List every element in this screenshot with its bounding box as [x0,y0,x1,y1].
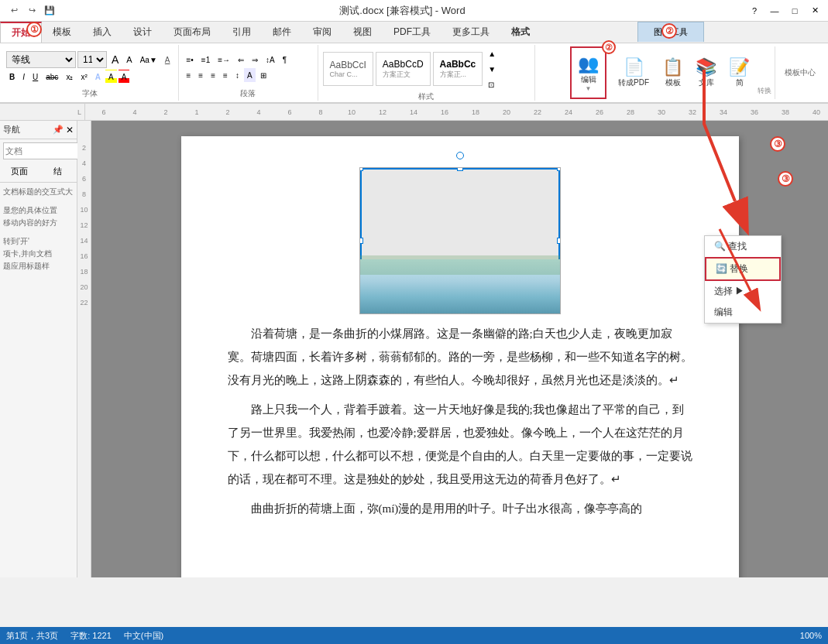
font-color-button[interactable]: A [119,70,130,84]
minimize-button[interactable]: — [768,4,782,18]
handle-ml[interactable] [359,238,363,244]
ruler-num: 26 [584,108,615,116]
number-list-button[interactable]: ≡1 [198,53,213,67]
sidebar-pin-button[interactable]: 📌 [53,125,64,135]
save-button[interactable]: 💾 [42,3,57,19]
maximize-button[interactable]: □ [788,4,802,18]
template-center-label: 模板中心 [778,46,822,99]
ruler-num: 28 [615,108,646,116]
document-area[interactable]: 沿着荷塘，是一条曲折的小煤屑路。这是一条幽僻的路;白天也少人走，夜晚更加寂寞。荷… [91,121,828,577]
clear-format-button[interactable]: A [162,53,174,67]
paragraph-2: 路上只我一个人，背着手踱着。这一片天地好像是我的;我也像超出了平常的自己，到了另… [228,398,692,491]
highlight-button[interactable]: A [105,70,117,84]
image-box[interactable] [359,167,561,314]
shading-button[interactable]: A [244,68,256,82]
text-effects-button[interactable]: A [92,70,104,84]
ribbon-content: 等线 11 A A Aa▼ A B I [0,43,828,102]
sidebar-tab-structure[interactable]: 结 [39,163,77,182]
increase-indent-button[interactable]: ⇒ [249,53,261,67]
font-selector[interactable]: 等线 [6,51,76,68]
v-ruler-num: 14 [80,237,88,245]
multilevel-list-button[interactable]: ≡→ [215,53,233,67]
undo-button[interactable]: ↩ [6,3,22,19]
bullet-list-button[interactable]: ≡• [184,53,197,67]
italic-button[interactable]: I [19,70,28,84]
tab-design[interactable]: 设计 [122,22,163,43]
selected-image-container[interactable] [359,167,561,314]
style-item-2[interactable]: AaBbCcD 方案正文 [376,52,431,86]
styles-more[interactable]: ⊡ [485,77,499,91]
redo-button[interactable]: ↪ [24,3,40,19]
grow-font-button[interactable]: A [108,53,122,67]
tab-format[interactable]: 格式 [500,22,541,43]
tab-references[interactable]: 引用 [222,22,262,43]
font-size-selector[interactable]: 11 [77,51,107,68]
styles-scroll-up[interactable]: ▲ [485,46,499,60]
bold-button[interactable]: B [6,70,18,84]
pdf-button[interactable]: 📄 转成PDF [613,46,654,99]
paragraph-1: 沿着荷塘，是一条曲折的小煤屑路。这是一条幽僻的路;白天也少人走，夜晚更加寂寞。荷… [228,322,692,392]
show-hide-button[interactable]: ¶ [280,53,290,67]
decrease-indent-button[interactable]: ⇐ [235,53,247,67]
v-ruler-num: 10 [80,206,88,214]
context-select[interactable]: 选择 ▶ [705,281,781,302]
tab-mail[interactable]: 邮件 [262,22,302,43]
strikethrough-button[interactable]: abc [43,70,61,84]
context-find[interactable]: 🔍 查找 [705,236,781,257]
library-label: 文库 [699,77,714,88]
library-button[interactable]: 📚 文库 [691,46,721,99]
align-center-button[interactable]: ≡ [195,68,206,82]
superscript-button[interactable]: x² [77,70,90,84]
justify-button[interactable]: ≡ [220,68,231,82]
handle-tl[interactable] [359,167,363,171]
styles-scroll-down[interactable]: ▼ [485,62,499,76]
tab-more[interactable]: 更多工具 [441,22,500,43]
sidebar-close-button[interactable]: ✕ [66,125,74,135]
sidebar-header: 导航 📌 ✕ [0,121,77,139]
context-replace[interactable]: 🔄 替换 [705,257,781,281]
shrink-font-button[interactable]: A [123,53,135,67]
ruler-num: 22 [522,108,553,116]
ruler-num: 6 [274,108,305,116]
sidebar-tab-page[interactable]: 页面 [0,163,39,182]
subscript-button[interactable]: x₂ [63,70,76,84]
context-edit[interactable]: 编辑 [705,302,781,323]
sort-button[interactable]: ↕A [263,53,278,67]
tab-template[interactable]: 模板 [42,22,82,43]
change-case-button[interactable]: Aa▼ [137,53,160,67]
handle-tr[interactable] [557,167,561,171]
underline-button[interactable]: U [29,70,41,84]
align-right-button[interactable]: ≡ [208,68,218,82]
rotate-handle[interactable] [456,152,464,159]
ruler-num: 1 [181,108,212,116]
align-left-button[interactable]: ≡ [184,68,194,82]
edit-dropdown-arrow: ▼ [586,85,592,92]
simple-button[interactable]: 📝 简 [724,46,754,99]
ruler-num: 40 [801,108,828,116]
tab-review[interactable]: 审阅 [302,22,342,43]
sidebar-tabs: 页面 结 [0,163,77,183]
sidebar-text-2: 显您的具体位置 [3,204,74,217]
template-label: 模板 [665,77,681,88]
sidebar-text-4: 转到'开' [3,235,74,248]
tab-pdf[interactable]: PDF工具 [383,22,441,43]
tab-view[interactable]: 视图 [342,22,383,43]
template-button[interactable]: 📋 模板 [658,46,688,99]
ruler: L 6 4 2 1 2 4 6 8 10 12 14 16 18 20 22 2… [0,104,828,121]
tab-insert[interactable]: 插入 [82,22,122,43]
edit-big-button[interactable]: 👥 编辑 ▼ [570,46,606,99]
border-button[interactable]: ⊞ [257,68,270,82]
tab-layout[interactable]: 页面布局 [163,22,222,43]
ruler-num: 24 [553,108,584,116]
window-controls: ? — □ ✕ [747,4,822,18]
help-button[interactable]: ? [747,4,761,18]
styles-group: AaBbCcI Char C... AaBbCcD 方案正文 AaBbCc [318,45,535,101]
handle-tm[interactable] [457,167,463,171]
sidebar-text-1: 文档标题的交互式大 [3,186,74,198]
line-spacing-button[interactable]: ↕ [232,68,242,82]
style-item-3[interactable]: AaBbCc 方案正... [433,52,483,86]
style-item-1[interactable]: AaBbCcI Char C... [323,52,373,86]
handle-mr[interactable] [557,238,561,244]
ribbon: 开始 模板 插入 设计 页面布局 引用 邮件 审阅 视图 PDF工具 更多工具 … [0,22,828,104]
close-button[interactable]: ✕ [808,4,822,18]
